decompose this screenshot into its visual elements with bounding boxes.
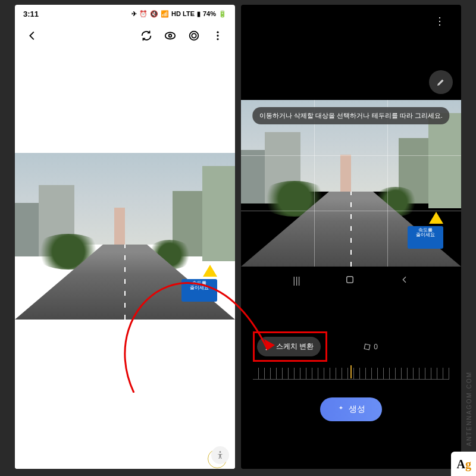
grid-line: [241, 155, 461, 156]
sketch-row: 스케치 변환 0: [241, 331, 461, 362]
warning-sign-icon: [429, 212, 443, 224]
logo-a: A: [457, 458, 465, 471]
logo: Ag: [451, 452, 476, 476]
speed-sign: 속도를 줄이세요: [408, 226, 443, 249]
svg-point-4: [217, 32, 218, 33]
svg-point-3: [192, 33, 196, 37]
more-button-dark[interactable]: ⋯: [430, 12, 450, 32]
nav-back[interactable]: [400, 275, 409, 287]
svg-point-2: [190, 32, 199, 40]
grid-line: [241, 211, 461, 211]
ruler-center-mark: [350, 365, 352, 378]
grid-line: [387, 100, 388, 267]
wifi-icon: 📶: [161, 10, 169, 18]
svg-point-1: [169, 35, 172, 37]
signal-icon: ▮: [197, 10, 201, 18]
battery-icon: 🔋: [218, 10, 227, 18]
nav-bar-dark: |||: [241, 267, 461, 295]
photo-viewer: 속도를 줄이세요: [15, 153, 235, 469]
phone-right: ⋯ 속도를 줄이세요 이동하거나 삭제할 대상을 선택하거나 테두리를: [241, 5, 461, 469]
net-label: HD LTE: [171, 10, 195, 17]
status-time: 3:11: [23, 10, 39, 18]
warning-sign-icon: [203, 265, 217, 277]
photo: 속도를 줄이세요: [15, 153, 235, 320]
mute-icon: 🔇: [150, 10, 158, 18]
visibility-button[interactable]: [160, 26, 180, 46]
svg-point-15: [220, 451, 221, 453]
logo-g: g: [465, 458, 471, 471]
accessibility-button[interactable]: [211, 446, 229, 464]
more-button[interactable]: [208, 26, 228, 46]
rotation-value: 0: [374, 343, 378, 351]
sketch-highlight: 스케치 변환: [253, 331, 327, 362]
nav-home[interactable]: [345, 274, 355, 287]
back-button[interactable]: [22, 26, 42, 46]
rotation-ruler[interactable]: [253, 368, 449, 380]
sketch-transform-button[interactable]: 스케치 변환: [257, 337, 321, 356]
rotation-indicator: 0: [363, 343, 378, 351]
svg-rect-17: [347, 277, 353, 283]
watermark: ANTENNAGOM.COM: [466, 371, 472, 446]
generate-button[interactable]: 생성: [320, 397, 382, 421]
svg-point-6: [217, 38, 218, 40]
status-right: ✈ ⏰ 🔇 📶 HD LTE ▮ 74% 🔋: [131, 10, 227, 18]
top-bar: [15, 23, 235, 49]
svg-point-0: [165, 33, 176, 39]
sign-line2: 줄이세요: [183, 286, 215, 290]
generate-label: 생성: [349, 404, 365, 415]
svg-rect-16: [365, 344, 371, 350]
sketch-label: 스케치 변환: [276, 342, 314, 352]
alarm-icon: ⏰: [139, 10, 148, 18]
editor-top: ⋯: [241, 5, 461, 46]
airplane-icon: ✈: [131, 10, 137, 18]
battery-label: 74%: [203, 10, 216, 17]
sign-line2: 줄이세요: [409, 233, 441, 237]
edit-canvas[interactable]: 속도를 줄이세요 이동하거나 삭제할 대상을 선택하거나 테두리를 따라 그리세…: [241, 100, 461, 267]
phone-left: 3:11 ✈ ⏰ 🔇 📶 HD LTE ▮ 74% 🔋: [15, 5, 235, 469]
speed-sign: 속도를 줄이세요: [181, 279, 217, 302]
grid-line: [314, 100, 315, 267]
nav-recents[interactable]: |||: [293, 275, 300, 286]
svg-point-5: [217, 35, 218, 36]
instruction-tooltip: 이동하거나 삭제할 대상을 선택하거나 테두리를 따라 그리세요.: [252, 107, 449, 124]
status-bar: 3:11 ✈ ⏰ 🔇 📶 HD LTE ▮ 74% 🔋: [15, 5, 235, 23]
draw-fab[interactable]: [429, 70, 453, 94]
refresh-button[interactable]: [136, 26, 156, 46]
lens-button[interactable]: [184, 26, 204, 46]
